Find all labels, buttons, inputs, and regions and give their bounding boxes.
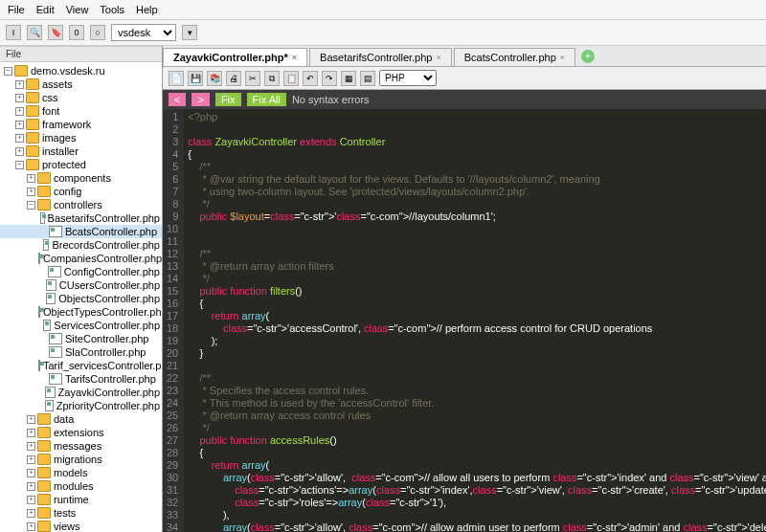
tree-item[interactable]: +messages [0, 439, 162, 453]
indent-icon[interactable]: ▦ [341, 71, 356, 86]
tree-item[interactable]: +assets [0, 78, 162, 91]
language-select[interactable]: PHP [379, 70, 437, 86]
menu-file[interactable]: File [8, 4, 25, 15]
save-icon[interactable]: 💾 [188, 71, 203, 86]
tree-item[interactable]: +models [0, 466, 162, 479]
tree-item[interactable]: +modules [0, 479, 162, 493]
toolbar-main: I 🔍 🔖 0 ○ vsdesk ▾ [0, 20, 766, 46]
tree-item[interactable]: CompaniesController.php [0, 252, 162, 265]
prev-error-button[interactable]: < [169, 93, 186, 106]
tree-item[interactable]: +css [0, 91, 162, 104]
tree-item[interactable]: +images [0, 131, 162, 144]
tree-item[interactable]: +components [0, 171, 162, 185]
code-content[interactable]: <?php class ZayavkiController extends Co… [184, 109, 766, 532]
zero-icon[interactable]: 0 [69, 25, 84, 40]
tree-item[interactable]: ZayavkiController.php [0, 386, 162, 399]
print-icon[interactable]: 🖨 [226, 71, 241, 86]
code-editor[interactable]: 1 2 3 4 5 6 7 8 9 10 11 12 13 14 15 16 1… [163, 109, 766, 532]
tree-item[interactable]: BrecordsController.php [0, 238, 162, 252]
editor-toolbar: 📄 💾 📚 🖨 ✂ ⧉ 📋 ↶ ↷ ▦ ▤ PHP [163, 67, 766, 90]
paste-icon[interactable]: 📋 [283, 71, 299, 86]
fix-button[interactable]: Fix [215, 93, 241, 106]
menubar: File Edit View Tools Help [0, 0, 766, 20]
syntax-message: No syntax errors [292, 94, 370, 105]
tree-item[interactable]: BasetarifsController.php [0, 211, 162, 225]
tab-bar: ZayavkiController.php*×BasetarifsControl… [163, 46, 766, 67]
tree-item[interactable]: ObjectsController.php [0, 292, 162, 305]
tree-item[interactable]: Tarif_servicesController.php [0, 359, 162, 372]
sidebar: File −demo.vsdesk.ru+assets+css+font+fra… [0, 46, 163, 532]
menu-tools[interactable]: Tools [100, 4, 124, 15]
tree-item[interactable]: +config [0, 185, 162, 198]
tree-item[interactable]: +runtime [0, 493, 162, 506]
tree-item[interactable]: ObjectTypesController.php [0, 305, 162, 319]
fix-all-button[interactable]: Fix All [247, 93, 286, 106]
file-tree[interactable]: −demo.vsdesk.ru+assets+css+font+framewor… [0, 62, 162, 532]
tree-item[interactable]: −protected [0, 158, 162, 171]
italic-icon[interactable]: I [6, 25, 21, 40]
new-file-icon[interactable]: 📄 [169, 71, 184, 86]
circle-icon[interactable]: ○ [90, 25, 105, 40]
save-all-icon[interactable]: 📚 [207, 71, 222, 86]
tree-item[interactable]: ConfigController.php [0, 265, 162, 278]
tree-item[interactable]: +extensions [0, 426, 162, 439]
menu-edit[interactable]: Edit [36, 4, 55, 15]
tree-item[interactable]: +tests [0, 506, 162, 520]
outdent-icon[interactable]: ▤ [360, 71, 375, 86]
tree-item[interactable]: ServicesController.php [0, 319, 162, 332]
tree-item[interactable]: BcatsController.php [0, 225, 162, 238]
close-icon[interactable]: × [436, 53, 440, 62]
editor-tab[interactable]: ZayavkiController.php*× [163, 48, 307, 66]
tree-item[interactable]: ZpriorityController.php [0, 399, 162, 412]
undo-icon[interactable]: ↶ [303, 71, 318, 86]
tree-item[interactable]: +installer [0, 144, 162, 158]
tree-item[interactable]: −controllers [0, 198, 162, 211]
dropdown-icon[interactable]: ▾ [182, 25, 197, 40]
menu-help[interactable]: Help [136, 4, 158, 15]
tree-item[interactable]: +data [0, 412, 162, 426]
tree-item[interactable]: +migrations [0, 453, 162, 466]
next-error-button[interactable]: > [192, 93, 209, 106]
editor-area: ZayavkiController.php*×BasetarifsControl… [163, 46, 766, 532]
tree-item[interactable]: TarifsController.php [0, 372, 162, 386]
line-gutter: 1 2 3 4 5 6 7 8 9 10 11 12 13 14 15 16 1… [163, 109, 184, 532]
tree-item[interactable]: SiteController.php [0, 332, 162, 345]
tree-item[interactable]: +font [0, 104, 162, 118]
bookmark-icon[interactable]: 🔖 [48, 25, 63, 40]
tree-item[interactable]: SlaController.php [0, 345, 162, 359]
redo-icon[interactable]: ↷ [322, 71, 337, 86]
tree-item[interactable]: CUsersController.php [0, 278, 162, 292]
cut-icon[interactable]: ✂ [245, 71, 260, 86]
copy-icon[interactable]: ⧉ [264, 71, 280, 86]
menu-view[interactable]: View [66, 4, 89, 15]
close-icon[interactable]: × [560, 53, 565, 62]
search-icon[interactable]: 🔍 [27, 25, 42, 40]
syntax-bar: < > Fix Fix All No syntax errors [163, 90, 766, 109]
tree-item[interactable]: +views [0, 520, 162, 532]
editor-tab[interactable]: BcatsController.php× [454, 48, 575, 66]
editor-tab[interactable]: BasetarifsController.php× [309, 48, 452, 66]
file-panel-header: File [0, 46, 162, 62]
close-icon[interactable]: × [292, 53, 297, 62]
project-select[interactable]: vsdesk [111, 24, 176, 41]
tree-item[interactable]: +framework [0, 118, 162, 131]
new-tab-button[interactable]: + [581, 50, 595, 63]
tree-item[interactable]: −demo.vsdesk.ru [0, 64, 162, 78]
